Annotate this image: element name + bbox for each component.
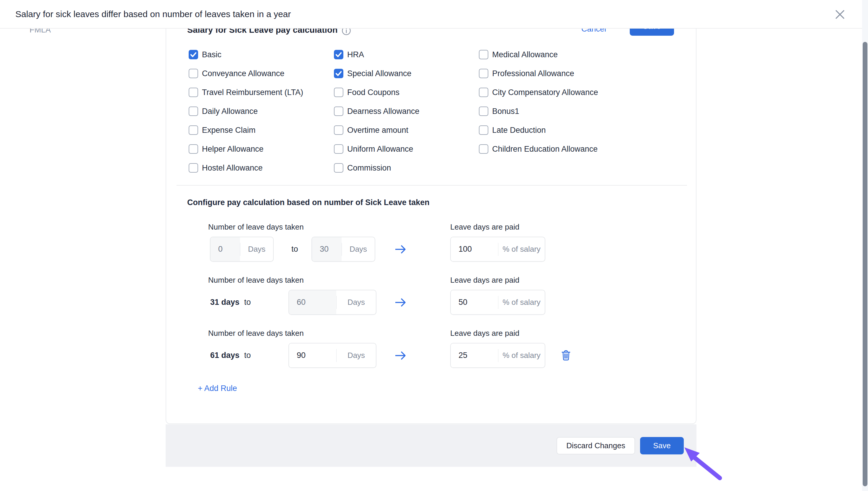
rule1-to-field: Days (311, 237, 375, 262)
checkbox-unchecked-icon[interactable] (189, 88, 198, 97)
scrollbar-thumb[interactable] (863, 42, 867, 486)
checkbox-unchecked-icon[interactable] (479, 125, 488, 135)
checkbox-unchecked-icon[interactable] (479, 50, 488, 59)
modal-title-bar: Salary for sick leaves differ based on n… (0, 0, 862, 29)
checkbox-unchecked-icon[interactable] (189, 69, 198, 78)
checkbox-item[interactable]: Hostel Allowance (189, 158, 334, 177)
checkbox-label: Uniform Allowance (347, 145, 413, 154)
checkbox-item[interactable]: Daily Allowance (189, 102, 334, 121)
checkbox-label: Conveyance Allowance (202, 69, 284, 78)
checkbox-item[interactable]: Helper Allowance (189, 140, 334, 158)
sick-leave-settings-modal: FMLA Salary for Sick Leave pay calculati… (0, 0, 868, 491)
checkbox-label: Basic (202, 50, 221, 59)
rule2-to-field: Days (288, 290, 376, 315)
rule1-to-input[interactable] (312, 237, 342, 261)
salary-components-grid: BasicConveyance AllowanceTravel Reimburs… (189, 45, 696, 177)
checkbox-unchecked-icon[interactable] (479, 144, 488, 154)
rule1-paid-field: % of salary (450, 237, 545, 262)
save-button[interactable]: Save (640, 437, 684, 455)
discard-changes-button[interactable]: Discard Changes (557, 437, 635, 455)
rule1-paid-input[interactable] (451, 237, 498, 261)
rule2-paid-input[interactable] (451, 290, 498, 314)
checkbox-label: HRA (347, 50, 364, 59)
checkbox-item[interactable]: Commission (334, 158, 479, 177)
rule3-to-field: Days (288, 343, 376, 368)
checkbox-item[interactable]: Travel Reimbursement (LTA) (189, 83, 334, 102)
components-column-3: Medical AllowanceProfessional AllowanceC… (479, 45, 696, 177)
rules-list: Number of leave days taken Leave days ar… (208, 223, 651, 370)
rule1-paid-suffix: % of salary (498, 244, 545, 254)
checkbox-unchecked-icon[interactable] (479, 88, 488, 97)
checkbox-label: Medical Allowance (492, 50, 558, 59)
rule1-from-input[interactable] (211, 237, 240, 261)
rule2-to-word: to (244, 298, 251, 307)
checkbox-label: Overtime amount (347, 126, 408, 135)
scrollbar-track[interactable] (862, 0, 868, 491)
checkbox-item[interactable]: Expense Claim (189, 121, 334, 140)
rule2-to-suffix: Days (337, 298, 376, 307)
checkbox-unchecked-icon[interactable] (479, 107, 488, 116)
checkbox-item[interactable]: Overtime amount (334, 121, 479, 140)
delete-rule-button[interactable] (559, 349, 572, 362)
components-column-1: BasicConveyance AllowanceTravel Reimburs… (189, 45, 334, 177)
rule3-row: 61 days to Days % of salary (208, 343, 651, 368)
checkbox-item[interactable]: Children Education Allowance (479, 140, 696, 158)
checkbox-item[interactable]: Bonus1 (479, 102, 696, 121)
checkbox-unchecked-icon[interactable] (479, 69, 488, 78)
checkbox-unchecked-icon[interactable] (334, 163, 343, 173)
checkbox-item[interactable]: Special Allowance (334, 64, 479, 83)
checkbox-item[interactable]: HRA (334, 45, 479, 64)
checkbox-checked-icon[interactable] (189, 50, 198, 59)
pointer-arrow-cursor (681, 446, 724, 481)
checkbox-label: Food Coupons (347, 88, 399, 97)
pay-calculation-card: Salary for Sick Leave pay calculation Ca… (166, 16, 697, 424)
checkbox-item[interactable]: Medical Allowance (479, 45, 696, 64)
rule2-row: 31 days to Days % of salary (208, 290, 651, 315)
rule1-paid-label: Leave days are paid (450, 223, 519, 232)
rule2-from-text: 31 days (210, 298, 240, 307)
checkbox-unchecked-icon[interactable] (189, 144, 198, 154)
rule3-to-word: to (244, 351, 251, 360)
checkbox-unchecked-icon[interactable] (189, 125, 198, 135)
checkbox-unchecked-icon[interactable] (334, 125, 343, 135)
rule1-to-word: to (291, 244, 298, 254)
rule3-paid-input[interactable] (451, 343, 498, 367)
rule2-to-input[interactable] (289, 290, 336, 314)
rule3-paid-suffix: % of salary (498, 351, 545, 360)
checkbox-label: Professional Allowance (492, 69, 574, 78)
configure-heading: Configure pay calculation based on numbe… (187, 198, 429, 207)
checkbox-item[interactable]: Professional Allowance (479, 64, 696, 83)
checkbox-item[interactable]: Uniform Allowance (334, 140, 479, 158)
rule1-row: Days to Days % of salary (208, 237, 651, 262)
close-icon[interactable] (834, 9, 845, 20)
rule3-days-label: Number of leave days taken (208, 329, 304, 338)
checkbox-label: Special Allowance (347, 69, 412, 78)
rule2-paid-suffix: % of salary (498, 298, 545, 307)
section-divider (176, 185, 687, 185)
checkbox-label: Children Education Allowance (492, 145, 597, 154)
checkbox-unchecked-icon[interactable] (334, 107, 343, 116)
add-rule-button[interactable]: + Add Rule (198, 384, 237, 393)
checkbox-item[interactable]: Conveyance Allowance (189, 64, 334, 83)
maps-to-arrow-icon (394, 243, 407, 256)
rule2-paid-field: % of salary (450, 290, 545, 315)
footer-bar: Discard Changes Save (166, 424, 697, 467)
rule3-to-input[interactable] (289, 343, 336, 367)
rule1-from-field: Days (210, 237, 274, 262)
checkbox-unchecked-icon[interactable] (334, 144, 343, 154)
rule3-paid-label: Leave days are paid (450, 329, 519, 338)
checkbox-item[interactable]: City Compensatory Allowance (479, 83, 696, 102)
checkbox-checked-icon[interactable] (334, 69, 343, 78)
checkbox-checked-icon[interactable] (334, 50, 343, 59)
checkbox-unchecked-icon[interactable] (189, 163, 198, 173)
checkbox-unchecked-icon[interactable] (189, 107, 198, 116)
checkbox-label: City Compensatory Allowance (492, 88, 598, 97)
rule3-from-text: 61 days (210, 351, 240, 360)
checkbox-item[interactable]: Dearness Allowance (334, 102, 479, 121)
checkbox-label: Expense Claim (202, 126, 256, 135)
checkbox-unchecked-icon[interactable] (334, 88, 343, 97)
checkbox-item[interactable]: Basic (189, 45, 334, 64)
checkbox-label: Travel Reimbursement (LTA) (202, 88, 303, 97)
checkbox-item[interactable]: Food Coupons (334, 83, 479, 102)
checkbox-item[interactable]: Late Deduction (479, 121, 696, 140)
